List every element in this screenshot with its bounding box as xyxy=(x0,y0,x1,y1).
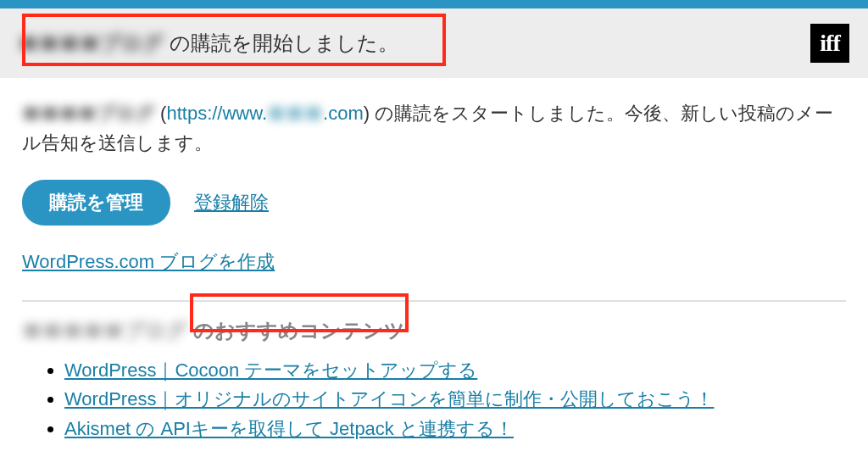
create-blog-link[interactable]: WordPress.com ブログを作成 xyxy=(22,251,275,272)
header-title-suffix: の購読を開始しました。 xyxy=(164,31,398,54)
lead-text: 〓〓〓〓ブログ (https://www.〓〓〓.com) の購読をスタートしま… xyxy=(22,98,846,158)
recommended-heading: 〓〓〓〓〓ブログ のおすすめコンテンツ xyxy=(22,317,846,344)
recommended-link[interactable]: WordPress｜Cocoon テーマをセットアップする xyxy=(64,359,477,381)
lead-blog-name: 〓〓〓〓ブログ xyxy=(22,98,155,128)
recommended-list: WordPress｜Cocoon テーマをセットアップする WordPress｜… xyxy=(22,356,846,443)
header-title: 〓〓〓〓ブログ の購読を開始しました。 xyxy=(19,30,398,57)
brand-logo: iff xyxy=(810,24,849,63)
rec-heading-suffix: のおすすめコンテンツ xyxy=(187,319,405,342)
divider xyxy=(22,300,846,302)
content: 〓〓〓〓ブログ (https://www.〓〓〓.com) の購読をスタートしま… xyxy=(0,78,868,464)
blog-name: 〓〓〓〓ブログ xyxy=(19,30,164,57)
list-item: WordPress｜Cocoon テーマをセットアップする xyxy=(64,356,846,385)
actions-row: 購読を管理 登録解除 xyxy=(22,180,846,226)
list-item: Akismet の APIキーを取得して Jetpack と連携する！ xyxy=(64,415,846,443)
unsubscribe-link[interactable]: 登録解除 xyxy=(194,190,269,215)
recommended-link[interactable]: WordPress｜オリジナルのサイトアイコンを簡単に制作・公開しておこう！ xyxy=(64,388,714,410)
rec-blog-name: 〓〓〓〓〓ブログ xyxy=(22,317,187,344)
lead-url: https://www.〓〓〓.com xyxy=(166,103,363,124)
brand-logo-text: iff xyxy=(820,30,839,57)
lead-paren-close: ) xyxy=(364,103,375,124)
lead-paren-open: ( xyxy=(155,103,166,124)
top-accent-bar xyxy=(0,0,868,8)
list-item: WordPress｜オリジナルのサイトアイコンを簡単に制作・公開しておこう！ xyxy=(64,385,846,414)
notification-header: 〓〓〓〓ブログ の購読を開始しました。 iff xyxy=(0,8,868,78)
manage-subscription-button[interactable]: 購読を管理 xyxy=(22,180,170,226)
create-blog-row: WordPress.com ブログを作成 xyxy=(22,249,846,275)
recommended-link[interactable]: Akismet の APIキーを取得して Jetpack と連携する！ xyxy=(64,418,514,439)
